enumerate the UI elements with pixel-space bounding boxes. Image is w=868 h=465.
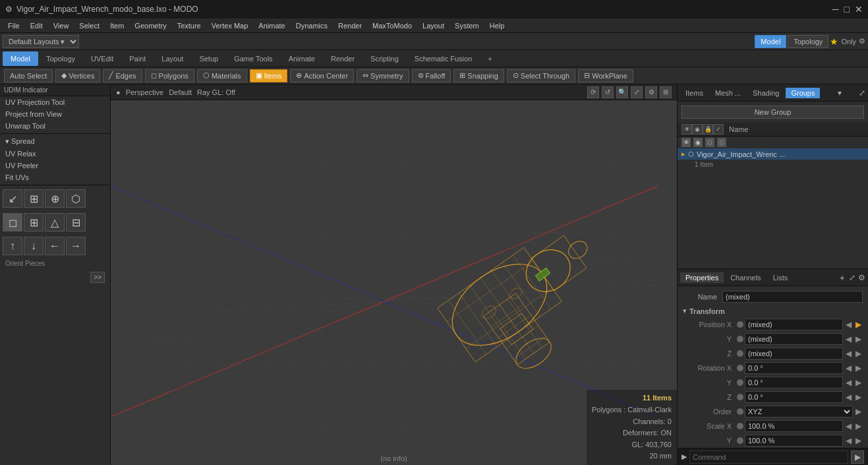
- tab-channels[interactable]: Channels: [725, 272, 766, 283]
- polygons-btn[interactable]: ◻ Polygons: [145, 69, 194, 82]
- mode-tab-setup[interactable]: Setup: [191, 51, 226, 66]
- vp-icon-expand[interactable]: ⊞: [660, 86, 672, 98]
- mode-tab-model[interactable]: Model: [3, 51, 38, 66]
- tab-properties[interactable]: Properties: [680, 272, 724, 283]
- tool-icon-7[interactable]: △: [45, 213, 65, 232]
- mode-tab-paint[interactable]: Paint: [121, 51, 154, 66]
- vp-icon-sync[interactable]: ↺: [602, 86, 614, 98]
- command-input[interactable]: [689, 450, 848, 464]
- rotation-x-left-arrow[interactable]: ◀: [844, 363, 853, 373]
- vertices-btn[interactable]: ◆ Vertices: [55, 69, 100, 82]
- add-tab-button[interactable]: +: [840, 272, 845, 283]
- fit-uvs-item[interactable]: Fit UVs: [0, 171, 110, 183]
- topology-tab[interactable]: Topology: [788, 35, 828, 48]
- project-from-view[interactable]: Project from View: [0, 108, 110, 120]
- close-button[interactable]: ✕: [855, 4, 863, 15]
- tab-mesh[interactable]: Mesh ...: [710, 88, 746, 98]
- model-tab-active[interactable]: Model: [755, 35, 786, 48]
- mode-tab-game-tools[interactable]: Game Tools: [226, 51, 281, 66]
- symmetry-btn[interactable]: ⇔ Symmetry: [357, 69, 409, 82]
- spread-item[interactable]: ▾ Spread: [0, 135, 110, 148]
- position-y-input[interactable]: [745, 333, 843, 345]
- position-y-right-arrow[interactable]: ▶: [854, 334, 863, 344]
- tool-icon-4[interactable]: ⬡: [66, 189, 86, 208]
- arrow-up-icon[interactable]: ↑: [3, 237, 22, 255]
- layouts-dropdown[interactable]: Default Layouts ▾: [3, 35, 79, 48]
- mode-tab-scripting[interactable]: Scripting: [362, 51, 407, 66]
- mode-tab-layout[interactable]: Layout: [154, 51, 191, 66]
- tab-shading[interactable]: Shading: [747, 88, 784, 98]
- tool-icon-2[interactable]: ⊞: [24, 189, 43, 208]
- item-render-icon[interactable]: ◉: [693, 138, 703, 147]
- order-dot[interactable]: [737, 408, 743, 415]
- scale-x-left-arrow[interactable]: ◀: [844, 421, 853, 431]
- tool-icon-6[interactable]: ⊞: [24, 213, 43, 232]
- materials-btn[interactable]: ⬡ Materials: [197, 69, 247, 82]
- scale-y-input[interactable]: [745, 435, 843, 447]
- select-through-btn[interactable]: ⊙ Select Through: [507, 69, 575, 82]
- menu-item-render[interactable]: Render: [333, 20, 367, 31]
- auto-select-btn[interactable]: Auto Select: [4, 69, 53, 82]
- uv-relax-item[interactable]: UV Relax: [0, 148, 110, 160]
- position-x-left-arrow[interactable]: ◀: [844, 320, 853, 329]
- settings-icon[interactable]: ⚙: [859, 37, 865, 46]
- menu-item-layout[interactable]: Layout: [417, 20, 449, 31]
- position-z-left-arrow[interactable]: ◀: [844, 349, 853, 358]
- order-arrow[interactable]: ▶: [854, 407, 863, 416]
- menu-item-dynamics[interactable]: Dynamics: [291, 20, 333, 31]
- mode-tab-+[interactable]: +: [480, 51, 500, 66]
- mode-tab-render[interactable]: Render: [323, 51, 362, 66]
- menu-item-vertex map[interactable]: Vertex Map: [206, 20, 254, 31]
- mode-tab-topology[interactable]: Topology: [38, 51, 83, 66]
- menu-item-geometry[interactable]: Geometry: [129, 20, 171, 31]
- mode-tab-schematic-fusion[interactable]: Schematic Fusion: [407, 51, 480, 66]
- unwrap-tool[interactable]: Unwrap Tool: [0, 120, 110, 132]
- render-header-icon[interactable]: ◉: [692, 124, 703, 135]
- rotation-x-right-arrow[interactable]: ▶: [854, 363, 863, 373]
- rotation-z-dot[interactable]: [737, 394, 743, 400]
- scale-y-dot[interactable]: [737, 437, 743, 444]
- panel-expand-icon[interactable]: ⤢: [859, 88, 865, 98]
- position-y-dot[interactable]: [737, 336, 743, 342]
- position-z-right-arrow[interactable]: ▶: [854, 349, 863, 358]
- check-header-icon[interactable]: ✓: [713, 124, 724, 135]
- snapping-btn[interactable]: ⊞ Snapping: [453, 69, 504, 82]
- mode-tab-animate[interactable]: Animate: [281, 51, 323, 66]
- tool-icon-5[interactable]: ◻: [3, 213, 22, 232]
- vp-icon-settings[interactable]: ⚙: [645, 86, 657, 98]
- item-check-icon[interactable]: □: [717, 138, 726, 147]
- menu-item-item[interactable]: Item: [105, 20, 129, 31]
- tool-icon-1[interactable]: ↙: [3, 189, 22, 208]
- vp-icon-rotate[interactable]: ⟳: [587, 86, 599, 98]
- position-y-left-arrow[interactable]: ◀: [844, 334, 853, 344]
- menu-item-animate[interactable]: Animate: [253, 20, 290, 31]
- right-tabs-arrow[interactable]: ▾: [838, 88, 842, 98]
- rotation-y-left-arrow[interactable]: ◀: [844, 378, 853, 387]
- edges-btn[interactable]: ╱ Edges: [103, 69, 142, 82]
- arrow-down-icon[interactable]: ↓: [24, 237, 43, 255]
- menu-item-help[interactable]: Help: [484, 20, 510, 31]
- vp-icon-zoom[interactable]: 🔍: [616, 86, 628, 98]
- viewport[interactable]: ● Perspective Default Ray GL: Off ⟳ ↺ 🔍 …: [111, 84, 677, 465]
- position-z-input[interactable]: [745, 348, 843, 359]
- maximize-button[interactable]: □: [844, 4, 850, 15]
- workplane-btn[interactable]: ⊟ WorkPlane: [578, 69, 633, 82]
- vp-icon-maximize[interactable]: ⤢: [631, 86, 643, 98]
- position-x-dot[interactable]: [737, 321, 743, 328]
- tab-lists[interactable]: Lists: [768, 272, 794, 283]
- scale-x-input[interactable]: [745, 420, 843, 432]
- name-input[interactable]: [722, 291, 863, 303]
- mode-tab-uvedit[interactable]: UVEdit: [83, 51, 121, 66]
- rotation-y-right-arrow[interactable]: ▶: [854, 378, 863, 387]
- falloff-btn[interactable]: ⊚ Falloff: [412, 69, 451, 82]
- position-x-right-arrow[interactable]: ▶: [854, 320, 863, 329]
- item-row-wrench[interactable]: ▸ ⬡ Vigor_Air_Impact_Wrenc ...: [678, 148, 868, 160]
- tool-icon-8[interactable]: ⊟: [66, 213, 86, 232]
- tool-icon-3[interactable]: ⊕: [45, 189, 65, 208]
- props-expand-icon[interactable]: ⤢: [849, 273, 855, 282]
- window-controls[interactable]: ─ □ ✕: [832, 4, 863, 15]
- eye-header-icon[interactable]: 👁: [681, 124, 692, 135]
- scale-x-dot[interactable]: [737, 423, 743, 429]
- menu-item-select[interactable]: Select: [74, 20, 105, 31]
- items-btn[interactable]: ▣ Items: [250, 69, 288, 82]
